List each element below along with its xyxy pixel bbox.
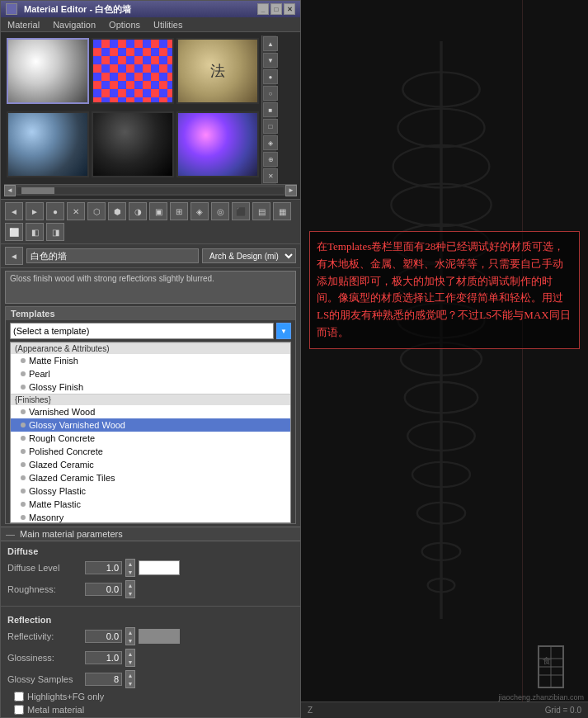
dropdown-section-appearance: (Appearance & Attributes) <box>11 342 290 354</box>
side-btn-6[interactable]: □ <box>263 119 278 134</box>
highlights-row: Highlights+FG only <box>7 690 294 703</box>
roughness-input[interactable] <box>85 583 122 596</box>
highlights-fg-checkbox[interactable] <box>14 692 24 701</box>
tool-btn-sphere[interactable]: ● <box>46 202 64 220</box>
dropdown-item-matte-plastic[interactable]: Matte Plastic <box>11 498 290 511</box>
diffuse-level-spinner[interactable]: ▲ ▼ <box>125 559 135 577</box>
side-btn-9[interactable]: ✕ <box>263 168 278 183</box>
spinner-up-icon: ▲ <box>126 650 134 658</box>
scroll-track <box>17 187 284 194</box>
grid-value: Grid = 0.0 <box>545 706 581 715</box>
side-btn-3[interactable]: ● <box>263 69 278 84</box>
template-select-input[interactable] <box>10 323 274 339</box>
tool-btn-left[interactable]: ◧ <box>26 223 44 241</box>
dropdown-item-pearl[interactable]: Pearl <box>11 367 290 380</box>
spinner-down-icon: ▼ <box>126 636 134 645</box>
tool-btn-black[interactable]: ⬛ <box>232 202 250 220</box>
tool-btn-bars[interactable]: ▦ <box>273 202 291 220</box>
side-btn-4[interactable]: ○ <box>263 86 278 101</box>
menu-options[interactable]: Options <box>102 18 147 31</box>
tool-btn-half[interactable]: ◑ <box>129 202 147 220</box>
dropdown-item-glossy-finish[interactable]: Glossy Finish <box>11 380 290 394</box>
dot-icon <box>21 409 26 414</box>
dropdown-item-matte[interactable]: Matte Finish <box>11 354 290 367</box>
side-btn-7[interactable]: ◈ <box>263 135 278 150</box>
sphere-dark-preview <box>93 113 172 176</box>
tool-btn-circle[interactable]: ◎ <box>211 202 229 220</box>
roughness-spinner[interactable]: ▲ ▼ <box>125 580 135 598</box>
dropdown-item-glazed-ceramic-tiles[interactable]: Glazed Ceramic Tiles <box>11 471 290 484</box>
reflectivity-spinner[interactable]: ▲ ▼ <box>125 627 135 645</box>
highlights-fg-label: Highlights+FG only <box>14 692 104 701</box>
dot-icon <box>21 489 26 494</box>
scroll-left-btn[interactable]: ◄ <box>4 185 16 196</box>
dropdown-item-polished-concrete[interactable]: Polished Concrete <box>11 445 290 458</box>
side-btn-2[interactable]: ▼ <box>263 53 278 68</box>
side-btn-8[interactable]: ⊕ <box>263 152 278 167</box>
dot-icon <box>21 475 26 480</box>
tool-btn-lines[interactable]: ▤ <box>252 202 270 220</box>
metal-material-checkbox[interactable] <box>14 705 24 715</box>
maximize-button[interactable]: □ <box>270 3 282 15</box>
tool-btn-right[interactable]: ◨ <box>46 223 64 241</box>
tool-btn-delete[interactable]: ✕ <box>67 202 85 220</box>
thumbnail-4[interactable] <box>7 111 89 177</box>
spinner-up-icon: ▲ <box>126 581 134 589</box>
thumbnail-3[interactable]: 法 <box>176 38 259 104</box>
tool-btn-hex1[interactable]: ⬡ <box>87 202 106 220</box>
side-btn-5[interactable]: ■ <box>263 102 278 117</box>
grid-z-label: Z <box>308 706 313 715</box>
glossy-samples-input[interactable] <box>85 673 122 686</box>
templates-dropdown-list: (Appearance & Attributes) Matte Finish P… <box>10 342 291 523</box>
material-name-input[interactable] <box>26 248 199 263</box>
menu-material[interactable]: Material <box>1 18 46 31</box>
menu-utilities[interactable]: Utilities <box>147 18 189 31</box>
templates-dropdown-btn[interactable]: ▼ <box>276 323 291 339</box>
dot-icon <box>21 436 26 441</box>
tool-btn-hex2[interactable]: ⬢ <box>108 202 126 220</box>
reflectivity-input[interactable] <box>85 630 122 643</box>
refl-glossiness-spinner[interactable]: ▲ ▼ <box>125 649 135 667</box>
tool-btn-4up[interactable]: ⊞ <box>170 202 188 220</box>
refl-glossiness-input[interactable] <box>85 651 122 664</box>
nav-prev-btn[interactable]: ◄ <box>5 247 23 265</box>
tool-btn-grid[interactable]: ▣ <box>149 202 167 220</box>
spinner-down-icon: ▼ <box>126 589 134 598</box>
diffuse-section: Diffuse Diffuse Level ▲ ▼ Roughness: ▲ ▼ <box>1 541 300 602</box>
description-text: Gloss finish wood with strong reflection… <box>10 274 214 283</box>
side-btn-1[interactable]: ▲ <box>263 36 278 51</box>
dropdown-item-satin-wood[interactable]: Varnished Wood <box>11 405 290 418</box>
dropdown-item-glossy-wood[interactable]: Glossy Varnished Wood <box>11 418 290 432</box>
thumbnail-1[interactable] <box>7 38 89 104</box>
scroll-thumb <box>21 187 54 194</box>
roughness-row: Roughness: ▲ ▼ <box>7 579 294 600</box>
material-type-dropdown[interactable]: Arch & Design (mi) <box>202 248 296 263</box>
horizontal-scrollbar[interactable]: ◄ ► <box>4 184 297 196</box>
glossy-samples-spinner[interactable]: ▲ ▼ <box>125 670 135 688</box>
main-material-text: Main material parameters <box>20 529 123 539</box>
reflection-color-swatch[interactable] <box>139 629 180 644</box>
tool-btn-put-material[interactable]: ► <box>26 202 44 220</box>
dot-icon <box>21 462 26 467</box>
thumbnail-6[interactable] <box>176 111 259 177</box>
right-background: 在Templates卷栏里面有28种已经调试好的材质可选，有木地板、金属、塑料、… <box>301 0 588 718</box>
minimize-button[interactable]: _ <box>257 3 269 15</box>
dropdown-item-glazed-ceramic[interactable]: Glazed Ceramic <box>11 458 290 471</box>
dropdown-item-masonry[interactable]: Masonry <box>11 511 290 523</box>
diffuse-color-swatch[interactable] <box>139 560 180 575</box>
thumbnail-2[interactable] <box>92 38 174 104</box>
close-button[interactable]: ✕ <box>284 3 295 15</box>
tool-btn-get-material[interactable]: ◄ <box>5 202 23 220</box>
chinese-annotation-box: 在Templates卷栏里面有28种已经调试好的材质可选，有木地板、金属、塑料、… <box>309 231 580 349</box>
dropdown-item-rough-concrete[interactable]: Rough Concrete <box>11 432 290 445</box>
menu-navigation[interactable]: Navigation <box>46 18 102 31</box>
scroll-right-btn[interactable]: ► <box>285 185 297 196</box>
sphere-chinese-preview: 法 <box>178 40 257 102</box>
dot-icon <box>21 385 26 390</box>
diffuse-level-input[interactable] <box>85 561 122 574</box>
dropdown-item-glossy-plastic[interactable]: Glossy Plastic <box>11 484 290 498</box>
thumbnail-5[interactable] <box>92 111 174 177</box>
tool-btn-white[interactable]: ⬜ <box>5 223 23 241</box>
tool-btn-diamond[interactable]: ◈ <box>191 202 209 220</box>
templates-header: Templates <box>6 307 295 320</box>
